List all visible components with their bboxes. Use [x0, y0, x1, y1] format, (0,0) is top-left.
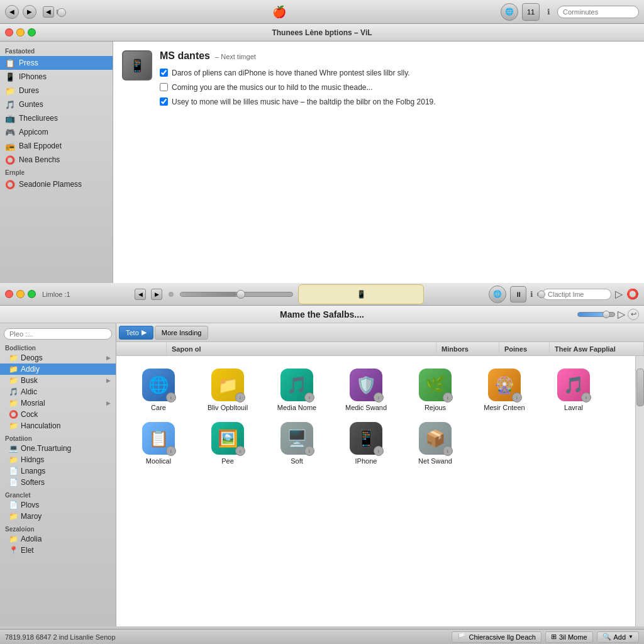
- sidebar-item-iphones[interactable]: 📱 IPhones: [0, 70, 113, 84]
- scroll-thumb[interactable]: [636, 369, 644, 406]
- bottom-settings-button[interactable]: ⏸: [510, 286, 526, 303]
- app-soft[interactable]: 🖥️ i Soft: [262, 417, 331, 470]
- bottom-network-icon[interactable]: 🌐: [489, 286, 506, 303]
- bottom-search-input[interactable]: [542, 289, 611, 300]
- back-button[interactable]: ◀: [5, 5, 19, 19]
- sidebar-item-one-truartuing[interactable]: 💻 One.Truartuing: [0, 443, 116, 454]
- care-label: Care: [151, 404, 166, 412]
- top-search-input[interactable]: [557, 6, 639, 18]
- checkbox-label-3: Usey to mone will be lilles music have –…: [172, 97, 436, 108]
- bottom-forward-button[interactable]: ▶: [151, 289, 162, 300]
- sidebar-item-thecliurees[interactable]: 📺 Thecliurees: [0, 111, 113, 125]
- sidebar-item-deogs[interactable]: 📁 Deogs: [0, 352, 116, 364]
- checkbox-1[interactable]: [160, 69, 168, 77]
- sidebar-item-plovs[interactable]: 📄 Plovs: [0, 499, 116, 511]
- apple-logo-icon: 🍎: [272, 5, 286, 19]
- bottom-close-button[interactable]: [5, 290, 13, 298]
- col-header-minbors[interactable]: Minbors: [436, 342, 499, 355]
- section-header-potatiion: Potatiion: [0, 433, 116, 443]
- minimize-button[interactable]: [16, 28, 25, 36]
- bottom-playback-progress[interactable]: [180, 292, 293, 297]
- app-care[interactable]: 🌐 i Care: [124, 364, 193, 417]
- vertical-scrollbar[interactable]: [635, 356, 644, 626]
- sidebar-item-cock[interactable]: ⭕ Cock: [0, 409, 116, 420]
- tab-more-insding[interactable]: More Insding: [155, 326, 209, 340]
- sidebar-item-ball-eppodet[interactable]: 📻 Ball Eppodet: [0, 139, 113, 153]
- nav-circle-icon[interactable]: ⭕: [626, 288, 639, 300]
- sidebar-item-aldic[interactable]: 🎵 Aldic: [0, 386, 116, 397]
- app-mesir-cnteen[interactable]: 🎡 i Mesir Cnteen: [470, 364, 539, 417]
- col-header-their-asw[interactable]: Their Asw Fapplial: [550, 342, 644, 355]
- sidebar-item-elet[interactable]: 📍 Elet: [0, 545, 116, 556]
- sidebar-item-nea-benchs[interactable]: ⭕ Nea Benchs: [0, 153, 113, 167]
- volume-slider[interactable]: [537, 292, 538, 296]
- sidebar-item-busk[interactable]: 📁 Busk: [0, 375, 116, 386]
- play-icon: ▶: [142, 328, 147, 336]
- soft-badge: i: [304, 446, 314, 456]
- bottom-minimize-button[interactable]: [16, 290, 25, 298]
- sidebar-item-appicom[interactable]: 🎮 Appicom: [0, 125, 113, 139]
- sidebar-item-adolia[interactable]: 📁 Adolia: [0, 533, 116, 545]
- plovs-icon: 📄: [9, 501, 18, 509]
- sidebar-item-softers[interactable]: 📄 Softers: [0, 477, 116, 488]
- col-header-sapon-ol[interactable]: Sapon ol: [167, 342, 436, 355]
- sidebar-item-guntes[interactable]: 🎵 Guntes: [0, 97, 113, 111]
- search-icon: 🔍: [602, 633, 611, 641]
- app-net-swand[interactable]: 📦 i Net Swand: [401, 417, 470, 470]
- sidebar-item-press[interactable]: 📋 Press: [0, 56, 113, 70]
- care-badge: i: [166, 392, 176, 402]
- info-icon: ℹ: [543, 7, 553, 17]
- nav-right-icon[interactable]: ▷: [615, 288, 623, 300]
- top-toolbar: ◀ ▶ ◀ 🍎 🌐 11 ℹ: [0, 0, 644, 24]
- status-text: 7819.918 6847 2 ind Lisanlie Senop: [5, 633, 447, 641]
- status-btn-add[interactable]: 🔍 Add ▼: [597, 631, 640, 643]
- sidebar-section-potatiion: Potatiion 💻 One.Truartuing 📁 Hidngs 📄 Ln…: [0, 433, 116, 488]
- adolia-label: Adolia: [21, 535, 42, 543]
- sidebar-item-maroy[interactable]: 📁 Maroy: [0, 511, 116, 522]
- bottom-back-button[interactable]: ◀: [135, 289, 146, 300]
- close-button[interactable]: [5, 28, 13, 36]
- app-pee[interactable]: 🖼️ i Pee: [193, 417, 262, 470]
- sidebar-item-addiy[interactable]: 📁 Addiy: [0, 364, 116, 375]
- checkbox-3[interactable]: [160, 97, 168, 106]
- status-btn-3il-mome[interactable]: ⊞ 3il Mome: [545, 631, 593, 643]
- sidebar-search-input[interactable]: [4, 328, 112, 340]
- forward-button[interactable]: ▶: [23, 5, 36, 19]
- status-btn-add-label: Add: [614, 633, 626, 641]
- top-window: ◀ ▶ ◀ 🍎 🌐 11 ℹ Thunees Lène bptions – Vi…: [0, 0, 644, 283]
- info-circle-icon[interactable]: ↩: [628, 309, 639, 320]
- app-lavral[interactable]: 🎵 i Lavral: [539, 364, 608, 417]
- checkbox-2[interactable]: [160, 83, 168, 91]
- sidebar-item-mosrial[interactable]: 📁 Mosrial: [0, 397, 116, 409]
- network-icon[interactable]: 🌐: [501, 3, 518, 21]
- tab-teto[interactable]: Teto ▶: [119, 326, 153, 340]
- sidebar-item-seadonie[interactable]: ⭕ Seadonie Plamess: [0, 177, 113, 191]
- sidebar-item-dures[interactable]: 📁 Dures: [0, 84, 113, 97]
- app-medic-swand[interactable]: 🛡️ i Medic Swand: [331, 364, 401, 417]
- sidebar-section-bodliction: Bodliction 📁 Deogs 📁 Addiy 📁 Busk 🎵 Aldi…: [0, 342, 116, 431]
- app-moolical[interactable]: 📋 i Moolical: [124, 417, 193, 470]
- col-header-empty[interactable]: [116, 342, 167, 355]
- app-bliv[interactable]: 📁 i Bliv Opbltouil: [193, 364, 262, 417]
- settings-button[interactable]: 11: [522, 3, 540, 21]
- app-media-nome[interactable]: 🎵 i Media Nome: [262, 364, 331, 417]
- top-traffic-lights: [5, 28, 36, 36]
- playback-progress[interactable]: [57, 9, 58, 14]
- media-nome-icon: 🎵 i: [280, 369, 313, 401]
- maximize-button[interactable]: [28, 28, 36, 36]
- title-slider-track[interactable]: [577, 312, 615, 317]
- device-name: MS dantes: [160, 50, 210, 62]
- mesir-cnteen-label: Mesir Cnteen: [484, 404, 525, 412]
- status-btn-chieracsive[interactable]: 🏳️ Chieracsive llg Deach: [452, 631, 541, 643]
- bottom-main-content: Teto ▶ More Insding Sapon ol Minbors Poi…: [116, 323, 644, 626]
- bottom-content: Bodliction 📁 Deogs 📁 Addiy 📁 Busk 🎵 Aldi…: [0, 323, 644, 626]
- app-rejous[interactable]: 🌿 i Rejous: [401, 364, 470, 417]
- sidebar-item-hidngs[interactable]: 📁 Hidngs: [0, 454, 116, 465]
- moolical-icon: 📋 i: [142, 422, 175, 455]
- expand-icon[interactable]: ▷: [618, 308, 625, 320]
- bottom-maximize-button[interactable]: [28, 290, 36, 298]
- sidebar-item-hanculation[interactable]: 📁 Hanculation: [0, 420, 116, 431]
- sidebar-item-lnangs[interactable]: 📄 Lnangs: [0, 465, 116, 477]
- col-header-poines[interactable]: Poines: [499, 342, 550, 355]
- app-iphone[interactable]: 📱 i IPhone: [331, 417, 401, 470]
